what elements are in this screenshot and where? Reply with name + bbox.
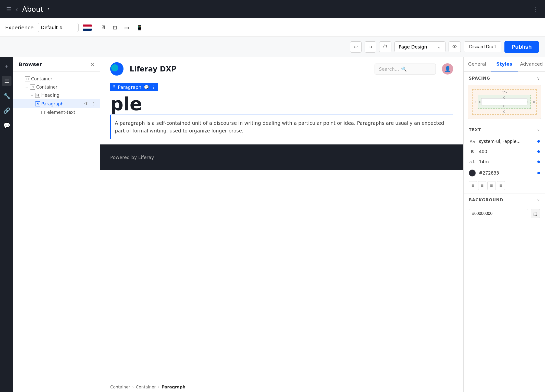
breadcrumb-item-3: Paragraph — [162, 385, 185, 389]
selected-paragraph-block[interactable]: A paragraph is a self-contained unit of … — [110, 115, 453, 139]
page-footer: Powered by Liferay — [100, 144, 463, 170]
page-structure-icon[interactable]: 🔧 — [2, 91, 11, 101]
breadcrumb-sep-1: › — [132, 385, 134, 389]
drag-handle-icon[interactable]: ⠿ — [112, 85, 115, 90]
expand-btn[interactable]: − — [24, 85, 29, 89]
publish-button[interactable]: Publish — [504, 41, 539, 53]
sidebar-toggle-icon[interactable]: ☰ — [6, 6, 11, 13]
canvas-page: Liferay DXP Search... 🔍 👤 ⠿ Paragraph — [100, 57, 463, 382]
panel-tabs: General Styles Advanced — [464, 57, 545, 72]
chat-icon[interactable]: 💬 — [2, 120, 11, 130]
tree-item-label: element-text — [47, 110, 75, 115]
tree-item-paragraph[interactable]: − ¶ Paragraph 👁 ⋮ — [13, 99, 100, 108]
user-avatar[interactable]: 👤 — [442, 63, 453, 75]
font-size-value: 14px — [479, 159, 490, 164]
search-bar[interactable]: Search... 🔍 — [375, 64, 436, 75]
tablet-device-btn[interactable]: ⊡ — [110, 23, 120, 32]
text-section: TEXT ∨ Aa system-ui, -apple... B 400 a↕ … — [464, 123, 545, 193]
tree-item-container-1[interactable]: − □ Container — [13, 75, 100, 83]
redo-button[interactable]: ↪ — [365, 41, 376, 53]
expand-btn[interactable]: − — [30, 102, 34, 106]
font-weight-indicator — [537, 150, 540, 153]
expand-btn — [35, 110, 39, 115]
tree-item-element-text[interactable]: T↕ element-text — [13, 108, 100, 116]
more-actions-btn[interactable]: ⋮ — [91, 101, 97, 107]
editor-toolbar: ↩ ↪ ⏱ Page Design ⌄ 👁 Discard Draft Publ… — [0, 37, 545, 57]
footer-text: Powered by Liferay — [110, 155, 154, 160]
text-align-buttons: ≡ ≡ ≡ ≡ — [464, 179, 545, 193]
heading-icon: H — [35, 93, 40, 98]
margin-right-label: 0 — [533, 100, 535, 104]
align-right-btn[interactable]: ≡ — [487, 181, 496, 190]
text-icon: T↕ — [40, 110, 46, 115]
breadcrumb-item-2: Container — [136, 385, 156, 389]
margin-bottom-label: 0 — [503, 110, 505, 114]
page-design-chevron: ⌄ — [437, 44, 441, 50]
page-title: About — [22, 5, 43, 14]
font-family-indicator — [537, 140, 540, 143]
history-button[interactable]: ⏱ — [379, 41, 391, 52]
block-toolbar: ⠿ Paragraph 💬 ⋮ — [110, 83, 158, 91]
paragraph-content: A paragraph is a self-contained unit of … — [115, 119, 449, 135]
experience-select[interactable]: Default ⇅ — [38, 23, 79, 32]
visibility-toggle-btn[interactable]: 👁 — [83, 101, 90, 107]
expand-btn[interactable]: − — [19, 77, 24, 81]
spacing-title: SPACING — [469, 76, 490, 81]
avatar-icon: 👤 — [444, 66, 451, 72]
expand-btn[interactable]: + — [30, 93, 34, 97]
svg-point-1 — [111, 64, 118, 71]
page-design-select[interactable]: Page Design ⌄ — [394, 41, 445, 52]
site-logo — [110, 62, 123, 76]
tab-styles[interactable]: Styles — [491, 57, 518, 71]
background-title: BACKGROUND — [469, 198, 503, 202]
logo-svg — [110, 62, 123, 76]
add-element-icon[interactable]: ＋ — [2, 61, 11, 71]
font-size-property[interactable]: a↕ 14px — [464, 157, 545, 167]
background-section-header[interactable]: BACKGROUND ∨ — [464, 193, 545, 206]
second-bar: Experience Default ⇅ 🖥 ⊡ ▭ 📱 — [0, 18, 545, 37]
padding-right-label: 0 — [527, 100, 529, 104]
top-bar: ☰ ‹ About* ⋮ — [0, 0, 545, 18]
undo-button[interactable]: ↩ — [350, 41, 362, 53]
font-family-property[interactable]: Aa system-ui, -apple... — [464, 136, 545, 146]
tab-advanced[interactable]: Advanced — [518, 57, 545, 71]
preview-button[interactable]: 👁 — [449, 41, 461, 52]
padding-left-label: 0 — [479, 100, 481, 104]
browser-close-button[interactable]: ✕ — [90, 61, 95, 67]
mobile-device-btn[interactable]: 📱 — [134, 23, 145, 32]
breadcrumb-item-1: Container — [110, 385, 130, 389]
block-label: Paragraph — [118, 84, 141, 90]
text-title: TEXT — [469, 127, 481, 132]
padding-bottom-label: 0 — [503, 104, 505, 108]
tree-item-container-2[interactable]: − □ Container — [13, 83, 100, 91]
discard-draft-button[interactable]: Discard Draft — [464, 41, 501, 52]
more-options-icon[interactable]: ⋮ — [533, 6, 539, 13]
font-size-icon: a↕ — [469, 160, 476, 164]
desktop-device-btn[interactable]: 🖥 — [98, 23, 108, 32]
spacing-section-header[interactable]: SPACING ∨ — [464, 72, 545, 85]
locale-flag[interactable] — [83, 24, 92, 31]
block-more-icon[interactable]: ⋮ — [152, 85, 156, 90]
browser-icon[interactable]: ☰ — [2, 76, 11, 86]
right-panel: General Styles Advanced SPACING ∨ 3px — [463, 57, 545, 392]
tab-general[interactable]: General — [464, 57, 491, 71]
background-color-swatch-btn[interactable]: ⬚ — [531, 209, 540, 218]
text-color-property[interactable]: #272833 — [464, 167, 545, 179]
align-center-btn[interactable]: ≡ — [478, 181, 487, 190]
comments-icon[interactable]: 🔗 — [2, 106, 11, 115]
padding-top-label: 0 — [503, 96, 505, 100]
spacing-section: SPACING ∨ 3px 0 0 0 — [464, 72, 545, 123]
font-weight-property[interactable]: B 400 — [464, 146, 545, 157]
paragraph-icon: ¶ — [35, 101, 40, 106]
text-section-header[interactable]: TEXT ∨ — [464, 123, 545, 136]
align-left-btn[interactable]: ≡ — [469, 181, 477, 190]
comment-icon[interactable]: 💬 — [144, 85, 149, 90]
background-color-input[interactable] — [469, 209, 528, 218]
canvas-inner[interactable]: Liferay DXP Search... 🔍 👤 ⠿ Paragraph — [100, 57, 463, 392]
text-color-swatch[interactable] — [469, 169, 476, 177]
align-justify-btn[interactable]: ≡ — [497, 181, 505, 190]
background-chevron: ∨ — [537, 198, 540, 202]
tree-item-heading[interactable]: + H Heading — [13, 91, 100, 99]
back-icon[interactable]: ‹ — [15, 5, 18, 14]
landscape-device-btn[interactable]: ▭ — [122, 23, 132, 32]
